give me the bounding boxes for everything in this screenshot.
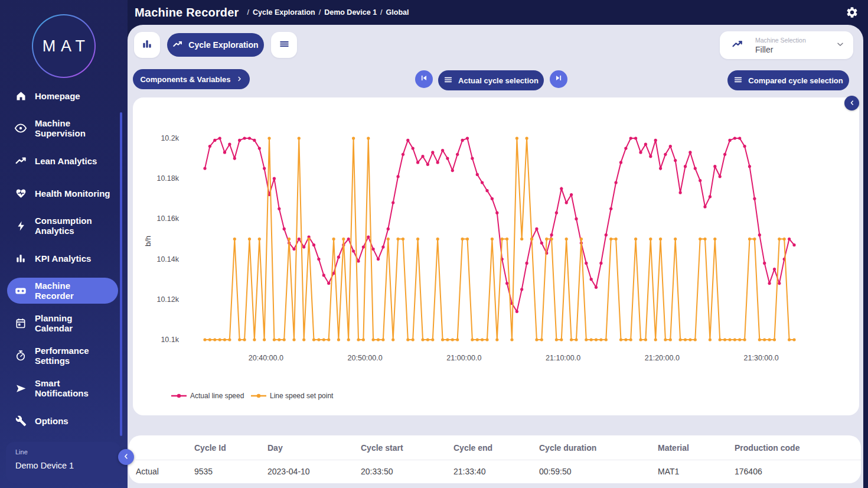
bar-chart-icon (14, 252, 27, 264)
compared-cycle-selection-button[interactable]: Compared cycle selection (727, 70, 849, 90)
svg-text:21:00:00.0: 21:00:00.0 (446, 354, 481, 362)
sidebar-item-smart-notifications[interactable]: Smart Notifications (7, 375, 118, 401)
breadcrumb-item[interactable]: Demo Device 1 (324, 8, 377, 17)
hamburger-icon (279, 38, 290, 52)
wrench-icon (14, 415, 27, 427)
sidebar-item-planning-calendar[interactable]: Planning Calendar (7, 310, 118, 336)
sidebar-item-health-monitoring[interactable]: Health Monitoring (7, 180, 118, 206)
breadcrumb-item[interactable]: Global (386, 8, 409, 17)
svg-text:21:30:00.0: 21:30:00.0 (744, 354, 779, 362)
line-speed-chart-card: 10.1k10.12k10.14k10.16k10.18k10.2k20:40:… (133, 97, 859, 415)
sidebar-scrollbar[interactable] (120, 112, 122, 436)
table-header-production-code: Production code (735, 443, 861, 453)
chevron-right-icon (236, 75, 243, 84)
send-icon (14, 382, 27, 395)
breadcrumb-separator: / (380, 8, 382, 17)
day-value: 2023-04-10 (267, 467, 361, 476)
chevron-left-icon (122, 452, 130, 463)
table-header-day: Day (267, 443, 361, 453)
cycle-start-value: 20:33:50 (361, 467, 453, 476)
trend-icon (172, 39, 183, 51)
main-panel: Cycle Exploration Machine Selection Fill… (128, 25, 863, 488)
heart-pulse-icon (14, 187, 27, 200)
sidebar-item-label: Health Monitoring (35, 188, 110, 199)
sidebar-item-kpi-analytics[interactable]: KPI Analytics (7, 245, 118, 271)
cycle-info-table: Cycle Id Day Cycle start Cycle end Cycle… (129, 435, 861, 483)
top-header: Machine Recorder / Cycle Exploration / D… (128, 0, 868, 25)
skip-next-icon (554, 74, 563, 84)
sidebar-item-label: Homepage (35, 91, 80, 101)
sidebar-item-label: Lean Analytics (35, 156, 97, 166)
sidebar-item-performance-settings[interactable]: Performance Settings (7, 343, 118, 369)
sidebar-item-label: Machine Supervision (35, 118, 111, 138)
sidebar-item-label: Consumption Analytics (35, 216, 111, 236)
cycle-exploration-tab[interactable]: Cycle Exploration (167, 33, 264, 57)
compared-cycle-selection-label: Compared cycle selection (748, 76, 843, 85)
table-header-cycle-end: Cycle end (453, 443, 539, 453)
sidebar-collapse-button[interactable] (118, 449, 134, 465)
sidebar-item-options[interactable]: Options (7, 408, 118, 434)
breadcrumb-item[interactable]: Cycle Exploration (253, 8, 315, 17)
page-title: Machine Recorder (135, 6, 239, 19)
svg-text:21:20:00.0: 21:20:00.0 (645, 354, 680, 362)
table-header-cycle-duration: Cycle duration (539, 443, 658, 453)
sidebar-item-label: Options (35, 416, 68, 426)
sidebar-item-homepage[interactable]: Homepage (7, 83, 118, 109)
sidebar-item-consumption-analytics[interactable]: Consumption Analytics (7, 213, 118, 239)
sidebar-item-label: Performance Settings (35, 346, 111, 366)
app-logo-text: MAT (33, 15, 94, 77)
sidebar-nav: Homepage Machine Supervision Lean Analyt… (7, 83, 118, 440)
components-variables-button[interactable]: Components & Variables (133, 69, 250, 89)
gauge-icon (14, 350, 27, 362)
trend-icon (14, 155, 27, 167)
sidebar-item-machine-recorder[interactable]: Machine Recorder (7, 278, 118, 304)
bar-chart-icon (141, 38, 153, 52)
breadcrumb-separator: / (319, 8, 321, 17)
svg-text:b/h: b/h (143, 236, 152, 246)
trend-icon (732, 38, 743, 53)
home-icon (14, 90, 27, 102)
svg-text:20:50:00.0: 20:50:00.0 (348, 354, 383, 362)
cycle-exploration-label: Cycle Exploration (188, 40, 258, 50)
svg-text:Line speed set point: Line speed set point (270, 392, 334, 400)
machine-selection-label: Machine Selection (755, 37, 836, 44)
hamburger-icon (733, 75, 743, 86)
menu-view-button[interactable] (271, 32, 297, 58)
app-logo: MAT (32, 14, 96, 78)
hamburger-icon (443, 75, 453, 86)
actual-cycle-selection-label: Actual cycle selection (458, 76, 539, 85)
table-header-cycle-start: Cycle start (361, 443, 453, 453)
machine-selection-dropdown[interactable]: Machine Selection Filler (720, 31, 853, 59)
breadcrumb-separator: / (247, 8, 249, 17)
table-row-actual[interactable]: Actual 9535 2023-04-10 20:33:50 21:33:40… (136, 460, 861, 483)
table-header-row: Cycle Id Day Cycle start Cycle end Cycle… (136, 435, 861, 460)
svg-text:10.18k: 10.18k (156, 174, 179, 183)
skip-previous-icon (420, 74, 428, 84)
previous-cycle-button[interactable] (415, 70, 433, 88)
svg-text:10.16k: 10.16k (156, 214, 179, 223)
chevron-down-icon (836, 40, 845, 51)
line-label: Line (15, 448, 111, 456)
breadcrumb: / Cycle Exploration / Demo Device 1 / Gl… (244, 8, 409, 17)
next-cycle-button[interactable] (550, 70, 567, 88)
bolt-icon (14, 220, 27, 232)
sidebar-item-label: Machine Recorder (35, 281, 111, 301)
sidebar-item-lean-analytics[interactable]: Lean Analytics (7, 148, 118, 174)
svg-text:20:40:00.0: 20:40:00.0 (249, 354, 283, 362)
material-value: MAT1 (658, 467, 735, 476)
recorder-icon (14, 284, 27, 297)
svg-text:10.2k: 10.2k (161, 134, 179, 142)
svg-text:10.12k: 10.12k (156, 295, 179, 304)
settings-gear-icon[interactable] (846, 6, 859, 19)
line-device-selector[interactable]: Line Demo Device 1 (6, 442, 120, 483)
cycle-end-value: 21:33:40 (453, 467, 539, 476)
line-speed-chart[interactable]: 10.1k10.12k10.14k10.16k10.18k10.2k20:40:… (133, 97, 859, 415)
actual-cycle-selection-button[interactable]: Actual cycle selection (438, 70, 544, 90)
chart-view-button[interactable] (134, 32, 160, 58)
svg-text:10.14k: 10.14k (156, 255, 179, 263)
sidebar-item-machine-supervision[interactable]: Machine Supervision (7, 115, 118, 141)
sidebar-item-label: Smart Notifications (35, 378, 111, 398)
cycle-duration-value: 00:59:50 (539, 467, 658, 476)
table-header-material: Material (658, 443, 735, 453)
calendar-icon (14, 317, 27, 329)
